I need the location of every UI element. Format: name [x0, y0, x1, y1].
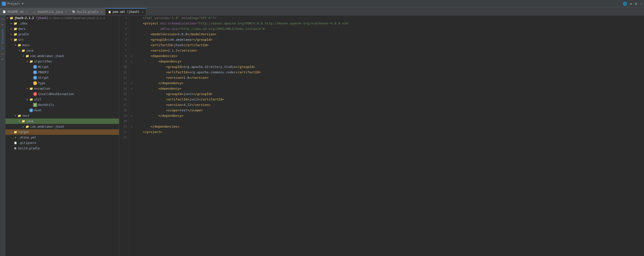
sidebar-tab-structure[interactable]: Z: Structure	[0, 27, 5, 51]
main-area: 1 2 Z: Structure 3 4 ▼ 📁 jhash-2.1.2 [jh…	[0, 15, 644, 256]
code-line-18: <scope>test</scope>	[135, 108, 644, 113]
bcrypt-icon: C	[33, 65, 37, 69]
gutter-1	[129, 15, 134, 21]
code-line-23	[135, 135, 644, 140]
code-line-22: </project>	[135, 129, 644, 135]
tab-buildgradle[interactable]: 🐘 build.gradle ✕	[70, 8, 105, 15]
tree-java-test[interactable]: ▼ 📁 java	[6, 119, 119, 124]
gutter-9[interactable]: ⊟	[129, 59, 134, 64]
tree-bcrypt[interactable]: C BCrypt	[6, 64, 119, 70]
title-bar-left: Project ▼	[2, 2, 24, 6]
title-bar-right: 🌐 ⇄ ⚙ −	[623, 2, 642, 6]
title-dropdown[interactable]: ▼	[22, 2, 24, 5]
sync-button[interactable]: ⇄	[630, 2, 632, 6]
gutter-4	[129, 32, 134, 37]
tree-package[interactable]: ▼ 📁 com.amdelamar.jhash	[6, 53, 119, 59]
gutter-21[interactable]: ⊟	[129, 124, 134, 129]
tree-invalidhash[interactable]: C InvalidHashException	[6, 91, 119, 97]
docs-arrow: ▶	[10, 28, 13, 30]
tree-root[interactable]: ▼ 📁 jhash-2.1.2 [jhash] C:\Users\25855\D…	[6, 15, 119, 21]
globe-button[interactable]: 🌐	[623, 2, 627, 6]
minimize-button[interactable]: −	[640, 2, 642, 6]
tree-pbkdf2[interactable]: C PBKDF2	[6, 70, 119, 75]
gutter-8[interactable]: ⊟	[129, 53, 134, 59]
package-arrow: ▼	[21, 55, 25, 57]
line-num-20: 20	[119, 119, 127, 124]
sidebar-tab-3[interactable]: 3	[0, 51, 5, 57]
package-icon: 📁	[25, 55, 29, 58]
sidebar-tab-1[interactable]: 1	[0, 16, 5, 22]
gutter-13[interactable]: ⊟	[129, 81, 134, 86]
tree-test-package[interactable]: ▶ 📁 com.amdelamar.jhash	[6, 124, 119, 129]
tree-scrypt[interactable]: C SCrypt	[6, 75, 119, 81]
fold-gutter: ⊟ ⊟ ⊟ ⊟ ⊟ ⊟	[129, 15, 134, 256]
tree-java-main[interactable]: ▼ 📁 java	[6, 48, 119, 53]
tree-type[interactable]: E Type	[6, 81, 119, 86]
algorithms-icon: 📁	[29, 60, 33, 63]
tab-pomxml-close[interactable]: ✕	[142, 10, 144, 13]
test-package-icon: 📁	[25, 125, 29, 128]
tree-main[interactable]: ▼ 📁 main	[6, 42, 119, 48]
tree-docs[interactable]: ▶ 📁 docs	[6, 26, 119, 32]
tree-buildgradle[interactable]: 🐘 build.gradle	[6, 146, 119, 151]
line-num-18: 18	[119, 108, 127, 113]
settings-button[interactable]: ⚙	[635, 2, 637, 6]
tree-test[interactable]: ▼ 📁 test	[6, 113, 119, 119]
main-arrow: ▼	[13, 44, 17, 46]
fold-21-icon: ⊟	[131, 126, 132, 128]
target-label: target	[18, 130, 29, 134]
editor-area: 1 2 3 4 5 6 7 8 9 10 11 12 13 14 15 16 1…	[119, 15, 644, 256]
tab-pomxml-label: pom.xml (jhash)	[113, 10, 140, 13]
tree-drone[interactable]: ⚙ .drone.yml	[6, 135, 119, 140]
sidebar-tab-2[interactable]: 2	[0, 22, 5, 28]
tab-hashutils-close[interactable]: ✕	[65, 10, 67, 13]
tree-exception[interactable]: ▼ 📁 exception	[6, 86, 119, 91]
tree-src[interactable]: ▼ 📁 src	[6, 37, 119, 42]
tree-algorithms[interactable]: ▼ 📁 algorithms	[6, 59, 119, 64]
tree-target[interactable]: ▶ 📁 target	[6, 129, 119, 135]
code-line-16: <artifactId>junit</artifactId>	[135, 97, 644, 102]
code-lines[interactable]: <?xml version="1.0" encoding="UTF-8"?> <…	[134, 15, 644, 256]
test-arrow: ▼	[13, 115, 17, 117]
tree-util[interactable]: ▼ 📁 util	[6, 97, 119, 102]
line-num-13: 13	[119, 81, 127, 86]
pbkdf2-icon: C	[33, 70, 37, 74]
target-icon: 📁	[13, 130, 17, 133]
tree-gradle[interactable]: ▶ 📁 gradle	[6, 32, 119, 37]
line-num-6: 6	[119, 42, 127, 48]
project-panel: ▼ 📁 jhash-2.1.2 [jhash] C:\Users\25855\D…	[6, 15, 119, 256]
code-line-6: <artifactId>jhash</artifactId>	[135, 42, 644, 48]
src-label: src	[18, 38, 24, 41]
tree-hash[interactable]: C Hash	[6, 108, 119, 113]
sidebar-tab-4[interactable]: 4	[0, 57, 5, 62]
sidebar-tabs: 1 2 Z: Structure 3 4	[0, 15, 6, 256]
code-line-4: <modelVersion>4.0.0</modelVersion>	[135, 32, 644, 37]
tree-gitignore[interactable]: 📄 .gitignore	[6, 140, 119, 146]
tab-readme[interactable]: 📄 README.md ✕	[0, 8, 30, 15]
code-line-15: <groupId>junit</groupId>	[135, 91, 644, 97]
gitignore-label: .gitignore	[18, 141, 36, 145]
tab-readme-close[interactable]: ✕	[26, 10, 28, 13]
drone-icon: ⚙	[13, 136, 17, 139]
line-num-12: 12	[119, 75, 127, 81]
fold-13-icon: ⊟	[131, 82, 132, 85]
tab-hashutils-label: HashUtils.java	[38, 10, 63, 13]
gutter-14[interactable]: ⊟	[129, 86, 134, 91]
tab-buildgradle-close[interactable]: ✕	[101, 10, 103, 13]
code-line-12: <version>1.8</version>	[135, 75, 644, 81]
hashutils-icon: ☕	[33, 10, 36, 13]
exception-label: exception	[34, 87, 50, 90]
tab-hashutils[interactable]: ☕ HashUtils.java ✕	[30, 8, 70, 15]
gutter-11	[129, 70, 134, 75]
tree-idea[interactable]: ▶ 📁 .idea	[6, 21, 119, 26]
tree-hashutils[interactable]: C HashUtils	[6, 102, 119, 108]
code-line-13: </dependency>	[135, 81, 644, 86]
line-num-16: 16	[119, 97, 127, 102]
tab-pomxml[interactable]: 📋 pom.xml (jhash) ✕	[105, 8, 146, 15]
title-text: Project	[8, 2, 20, 5]
tree-container[interactable]: ▼ 📁 jhash-2.1.2 [jhash] C:\Users\25855\D…	[6, 15, 119, 256]
fold-19-icon: ⊟	[131, 115, 132, 117]
gutter-7	[129, 48, 134, 53]
line-num-7: 7	[119, 48, 127, 53]
gutter-19[interactable]: ⊟	[129, 113, 134, 119]
